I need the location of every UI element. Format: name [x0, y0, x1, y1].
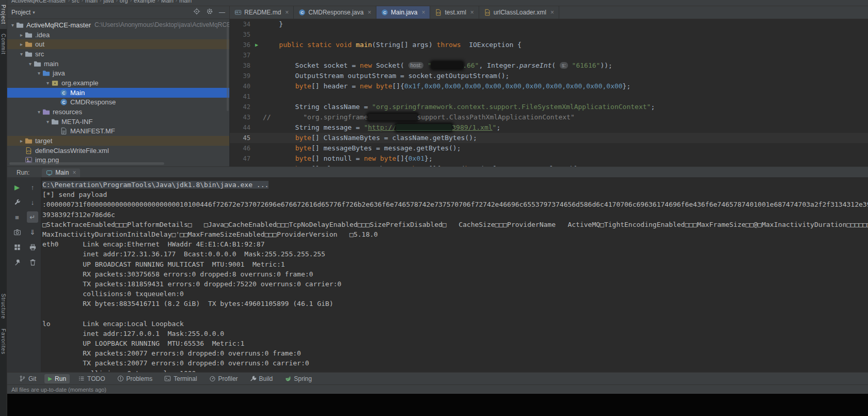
tree-item-defineclasswritefile-xml[interactable]: defineClassWriteFile.xml: [7, 146, 229, 156]
up-icon[interactable]: ↑: [27, 181, 38, 193]
chevron-right-icon[interactable]: ▸: [18, 138, 25, 144]
code-token: parseInt: [519, 61, 552, 69]
project-panel-title[interactable]: Project: [11, 9, 30, 16]
chevron-down-icon[interactable]: ▾: [36, 70, 42, 76]
bottom-bar-item-todo[interactable]: TODO: [74, 374, 108, 383]
tab-cmdresponse-java[interactable]: CMDResponse.java×: [294, 6, 376, 19]
tab-main-java[interactable]: Main.java×: [376, 6, 430, 19]
chevron-down-icon[interactable]: ▾: [9, 22, 16, 28]
tree-item-meta-inf[interactable]: ▾META-INF: [7, 117, 229, 127]
breadcrumb: ActiveMqRCE-master›src›main›java›org›exa…: [7, 0, 868, 6]
bottom-bar-item-profiler[interactable]: Profiler: [206, 374, 242, 383]
tree-item-resources[interactable]: ▾resources: [7, 107, 229, 117]
wrench-icon[interactable]: [11, 196, 23, 208]
close-icon[interactable]: ×: [368, 9, 371, 16]
line-number: 45: [230, 133, 250, 143]
console-line: lo Link encap:Local Loopback: [42, 319, 868, 329]
code-token: byte: [295, 155, 311, 162]
hide-icon[interactable]: —: [219, 9, 225, 16]
code-token: ": [423, 61, 432, 69]
close-icon[interactable]: ×: [550, 9, 554, 16]
tree-item-target[interactable]: ▸target: [7, 136, 229, 146]
tab-readme-md[interactable]: README.md×: [230, 6, 294, 19]
tab-urlclassloader-xml[interactable]: urlClassLoader.xml×: [479, 6, 559, 19]
bottom-bar-item-git[interactable]: Git: [15, 374, 40, 383]
stripe-button-favorites[interactable]: Favorites: [0, 324, 7, 359]
chevron-right-icon[interactable]: ▸: [18, 41, 25, 47]
bottom-bar-item-problems[interactable]: Problems: [114, 374, 156, 383]
bottom-bar-item-spring[interactable]: Spring: [281, 374, 315, 383]
breadcrumb-item[interactable]: org: [120, 0, 128, 6]
terminal-icon: [164, 375, 171, 382]
breadcrumb-item[interactable]: ActiveMqRCE-master: [11, 0, 66, 6]
tree-item-out[interactable]: ▸out: [7, 39, 229, 49]
code-token: Socket(: [376, 61, 408, 69]
bottom-bar-item-build[interactable]: Build: [246, 374, 277, 383]
breadcrumb-item[interactable]: main: [85, 0, 98, 6]
console-line: MaxInactivityDurationInitalDelay□'□□MaxF…: [42, 229, 868, 239]
stripe-button-commit[interactable]: Commit: [0, 29, 7, 59]
chevron-down-icon[interactable]: ▾: [27, 61, 34, 67]
chevron-down-icon[interactable]: ▾: [36, 109, 42, 115]
vertical-scrollbar[interactable]: [227, 23, 229, 111]
close-icon[interactable]: ×: [72, 169, 76, 176]
gutter-spacer: [250, 153, 263, 164]
stop-icon[interactable]: ■: [11, 211, 23, 223]
code-token: []{: [429, 165, 440, 166]
run-console-output[interactable]: C:\Penetration\ProgramTools\Java\jdk1.8\…: [41, 177, 868, 372]
code-editor[interactable]: 34 }3536▶ public static void main(String…: [230, 19, 868, 166]
project-tree-panel[interactable]: ▾ActiveMqRCE-masterC:\Users\Anonymous\De…: [7, 19, 230, 166]
chevron-down-icon[interactable]: ▾: [44, 119, 51, 125]
chevron-down-icon[interactable]: ▾: [44, 80, 51, 86]
code-token: IOException {: [461, 41, 522, 49]
camera-icon[interactable]: [11, 226, 23, 238]
code-token: new byte: [396, 165, 429, 166]
stripe-button-project[interactable]: Project: [0, 0, 7, 29]
run-tab-label: Main: [55, 169, 69, 176]
pin-icon[interactable]: [11, 256, 23, 268]
stripe-button-structure[interactable]: Structure: [0, 289, 7, 324]
down-icon[interactable]: ↓: [27, 196, 38, 208]
console-line: UP LOOPBACK RUNNING MTU:65536 Metric:1: [42, 338, 868, 348]
folder-src-icon: [42, 69, 50, 77]
trash-icon[interactable]: [27, 256, 38, 268]
code-token: [] classNameLength =: [311, 165, 396, 166]
wrap-icon[interactable]: ↵: [27, 211, 38, 223]
horizontal-scrollbar[interactable]: [9, 162, 164, 165]
tree-item-src[interactable]: ▾src: [7, 49, 229, 59]
code-line: 43// "org.springframesupport.ClassPathXm…: [230, 112, 868, 122]
gutter-spacer: [250, 164, 263, 166]
scroll-end-icon[interactable]: ⇓: [27, 226, 38, 238]
breadcrumb-item[interactable]: java: [103, 0, 114, 6]
tree-item-manifest-mf[interactable]: MANIFEST.MF: [7, 127, 229, 136]
bottom-bar-item-run[interactable]: ▶Run: [44, 374, 70, 383]
chevron-down-icon[interactable]: ▾: [18, 51, 25, 57]
tree-item-org-example[interactable]: ▾org.example: [7, 78, 229, 88]
tab-test-xml[interactable]: test.xml×: [430, 6, 479, 19]
tree-item-main[interactable]: ▾main: [7, 59, 229, 69]
tree-item-label: .idea: [35, 31, 50, 39]
tree-item-java[interactable]: ▾java: [7, 68, 229, 78]
tree-item--idea[interactable]: ▸.idea: [7, 30, 229, 40]
tree-item-activemqrce-master[interactable]: ▾ActiveMqRCE-masterC:\Users\Anonymous\De…: [7, 20, 229, 30]
breadcrumb-item[interactable]: main: [179, 0, 192, 6]
close-icon[interactable]: ×: [285, 9, 289, 16]
close-icon[interactable]: ×: [470, 9, 474, 16]
run-tab-main[interactable]: Main ×: [42, 168, 80, 177]
rerun-icon[interactable]: ▶: [11, 181, 23, 193]
tree-item-cmdresponse[interactable]: CMDResponse: [7, 98, 229, 107]
breadcrumb-item[interactable]: src: [72, 0, 80, 6]
run-line-icon[interactable]: ▶: [250, 40, 263, 50]
breadcrumb-item[interactable]: Main: [161, 0, 173, 6]
code-line: 38 Socket socket = new Socket( host: ".6…: [230, 60, 868, 71]
chevron-right-icon[interactable]: ▸: [18, 32, 25, 38]
line-number: 34: [230, 19, 250, 29]
stripe-top-group: ProjectCommit: [0, 0, 7, 59]
bottom-bar-item-terminal[interactable]: Terminal: [161, 374, 200, 383]
printer-icon[interactable]: [27, 241, 38, 253]
tree-item-main[interactable]: Main: [7, 88, 229, 98]
grid-icon[interactable]: [11, 241, 23, 253]
close-icon[interactable]: ×: [421, 9, 425, 16]
stripe-bottom-group: StructureFavorites: [0, 289, 7, 359]
breadcrumb-item[interactable]: example: [134, 0, 155, 6]
